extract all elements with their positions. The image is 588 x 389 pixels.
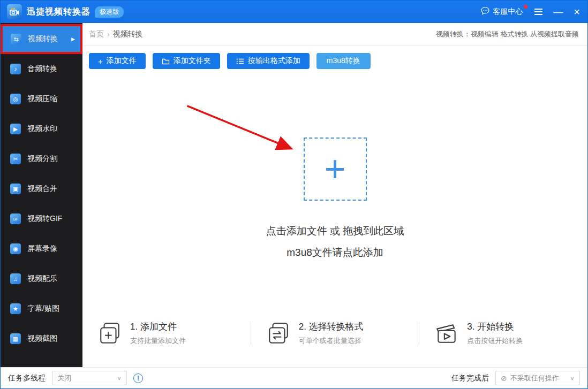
sidebar-item-video-split[interactable]: ✂ 视频分割 (1, 144, 82, 174)
step-desc: 可单个或者批量选择 (299, 336, 364, 346)
plus-icon: + (98, 57, 103, 65)
step-desc: 点击按钮开始转换 (467, 336, 523, 346)
breadcrumb-separator: › (107, 30, 110, 39)
close-button[interactable]: × (574, 6, 580, 17)
sidebar-item-video-music[interactable]: ♫ 视频配乐 (1, 264, 82, 294)
step-choose-format: 2. 选择转换格式 可单个或者批量选择 (251, 321, 419, 346)
subtitle-sticker-icon: ★ (10, 303, 21, 314)
step-title: 1. 添加文件 (130, 321, 186, 333)
sidebar-item-label: 字幕/贴图 (27, 304, 59, 314)
add-file-step-icon (97, 321, 122, 346)
toolbar: + 添加文件 添加文件夹 按输出格式添加 (82, 46, 587, 69)
sidebar-item-audio-convert[interactable]: ♪ 音频转换 (1, 54, 82, 84)
video-split-icon: ✂ (10, 154, 21, 164)
after-task-select[interactable]: ⊘ 不采取任何操作 ∨ (495, 371, 580, 385)
statusbar: 任务多线程 关闭 ∨ ! 任务完成后 ⊘ 不采取任何操作 ∨ (1, 367, 587, 388)
chevron-down-icon: ∨ (570, 375, 575, 381)
dropzone-plus-icon: + (325, 152, 346, 185)
sidebar-item-label: 视频合并 (27, 184, 57, 194)
sidebar-item-label: 视频水印 (27, 124, 57, 134)
main-panel: 首页 › 视频转换 视频转换：视频编辑 格式转换 从视频提取音频 + 添加文件 … (82, 23, 587, 367)
sidebar-item-video-merge[interactable]: ▣ 视频合并 (1, 174, 82, 204)
step-add-file: 1. 添加文件 支持批量添加文件 (82, 321, 251, 346)
no-action-icon: ⊘ (501, 374, 507, 383)
folder-icon (162, 58, 170, 65)
sidebar-item-screen-record[interactable]: ◉ 屏幕录像 (1, 234, 82, 264)
dropzone-hint-line2: m3u8文件请点此添加 (82, 246, 587, 260)
m3u8-convert-button[interactable]: m3u8转换 (316, 53, 371, 69)
add-file-button[interactable]: + 添加文件 (89, 53, 146, 69)
breadcrumb-current: 视频转换 (113, 29, 143, 39)
minimize-button[interactable]: — (553, 7, 563, 17)
active-arrow-icon: ▶ (71, 36, 75, 42)
info-icon[interactable]: ! (133, 373, 143, 383)
multithread-value: 关闭 (57, 373, 71, 383)
sidebar-item-label: 视频转换 (28, 34, 58, 44)
sidebar-item-video-to-gif[interactable]: GIF 视频转GIF (1, 204, 82, 234)
sidebar-item-label: 屏幕录像 (27, 244, 57, 254)
file-drop-zone[interactable]: + (304, 138, 367, 201)
app-logo-icon (7, 4, 22, 19)
multithread-label: 任务多线程 (8, 373, 46, 383)
audio-convert-icon: ♪ (10, 64, 21, 74)
video-snapshot-icon: ▦ (10, 333, 21, 344)
screen-record-icon: ◉ (10, 243, 21, 254)
sidebar-item-label: 视频截图 (27, 334, 57, 344)
sidebar-item-video-compress[interactable]: ◎ 视频压缩 (1, 84, 82, 114)
sidebar-item-label: 视频压缩 (27, 94, 57, 104)
sidebar-item-video-convert[interactable]: ⇆ 视频转换 ▶ (1, 24, 82, 54)
step-desc: 支持批量添加文件 (130, 336, 186, 346)
hamburger-menu-icon[interactable] (534, 9, 542, 15)
choose-format-step-icon (266, 321, 291, 346)
sidebar-item-label: 视频分割 (27, 154, 57, 164)
chevron-down-icon: ∨ (117, 375, 122, 381)
multithread-select[interactable]: 关闭 ∨ (52, 371, 127, 385)
video-music-icon: ♫ (10, 273, 21, 284)
sidebar-item-label: 音频转换 (27, 64, 57, 74)
video-compress-icon: ◎ (10, 94, 21, 104)
feature-hint-text: 视频转换：视频编辑 格式转换 从视频提取音频 (436, 29, 579, 39)
start-convert-step-icon (434, 321, 459, 346)
dropzone-hint-line1: 点击添加文件 或 拖拽到此区域 (82, 224, 587, 238)
service-center-label: 客服中心 (493, 7, 523, 17)
sidebar: ⇆ 视频转换 ▶ ♪ 音频转换 ◎ 视频压缩 ▶ 视频水印 ✂ 视频分割 ▣ (1, 23, 82, 367)
after-task-value: 不采取任何操作 (510, 373, 559, 383)
step-start-convert: 3. 开始转换 点击按钮开始转换 (419, 321, 587, 346)
list-icon (236, 58, 244, 65)
sidebar-item-video-snapshot[interactable]: ▦ 视频截图 (1, 324, 82, 354)
breadcrumb-home[interactable]: 首页 (89, 29, 104, 39)
video-convert-icon: ⇆ (11, 34, 21, 44)
sidebar-item-label: 视频配乐 (27, 274, 57, 284)
sidebar-item-video-watermark[interactable]: ▶ 视频水印 (1, 114, 82, 144)
app-title: 迅捷视频转换器 (27, 6, 91, 18)
breadcrumb: 首页 › 视频转换 视频转换：视频编辑 格式转换 从视频提取音频 (82, 23, 587, 46)
add-by-format-button[interactable]: 按输出格式添加 (227, 53, 310, 69)
sidebar-item-subtitle-sticker[interactable]: ★ 字幕/贴图 (1, 294, 82, 324)
steps-row: 1. 添加文件 支持批量添加文件 2. 选择转换格式 可单个或者批量选择 (82, 321, 587, 346)
chat-bubble-icon (480, 6, 490, 18)
app-window: 迅捷视频转换器 极速版 客服中心 — × ⇆ 视频转换 ▶ ♪ (0, 0, 588, 389)
after-task-label: 任务完成后 (451, 373, 489, 383)
titlebar: 迅捷视频转换器 极速版 客服中心 — × (1, 1, 587, 23)
video-watermark-icon: ▶ (10, 124, 21, 134)
service-center-button[interactable]: 客服中心 (480, 6, 523, 18)
add-folder-button[interactable]: 添加文件夹 (153, 53, 220, 69)
step-title: 2. 选择转换格式 (299, 321, 364, 333)
notification-dot (524, 5, 527, 9)
edition-badge: 极速版 (95, 6, 124, 18)
video-to-gif-icon: GIF (10, 213, 21, 224)
step-title: 3. 开始转换 (467, 321, 523, 333)
video-merge-icon: ▣ (10, 184, 21, 194)
sidebar-item-label: 视频转GIF (27, 214, 62, 224)
